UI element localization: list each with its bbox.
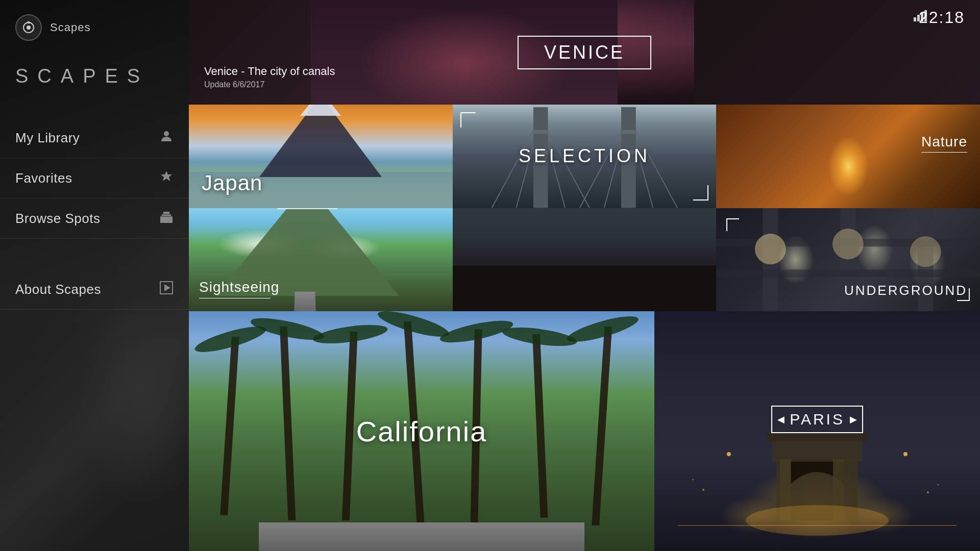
hero-subtitle: Venice - The city of canals Update 6/6/2…: [204, 65, 335, 89]
cell-selection[interactable]: SELECTION: [453, 105, 717, 208]
star-icon: [159, 169, 174, 187]
street-surface: [453, 265, 717, 311]
svg-rect-36: [716, 269, 980, 277]
cell-california[interactable]: California: [189, 311, 654, 551]
cell-underground[interactable]: UNDERGROUND: [716, 208, 980, 312]
sightseeing-label-container: Sightseeing: [199, 279, 279, 298]
underground-bracket-tl: [726, 218, 739, 231]
sidebar-item-my-library[interactable]: My Library: [0, 118, 189, 158]
nav-items: My Library Favorites Browse Spots: [0, 118, 189, 310]
svg-point-54: [727, 452, 731, 456]
sidebar-item-favorites[interactable]: Favorites: [0, 158, 189, 198]
svg-rect-30: [621, 130, 636, 134]
nature-light: [828, 136, 869, 197]
sidebar-content: Scapes SCAPES My Library Favorites: [0, 0, 189, 551]
building-icon: [159, 210, 174, 227]
hero-subtitle-date: Update 6/6/2017: [204, 80, 335, 89]
favorites-label: Favorites: [15, 170, 72, 186]
svg-rect-9: [162, 214, 171, 215]
nature-underline: [921, 152, 967, 153]
about-label: About Scapes: [15, 282, 101, 297]
svg-point-38: [832, 229, 864, 259]
svg-rect-8: [160, 216, 173, 217]
svg-point-64: [927, 491, 929, 493]
cell-japan[interactable]: Japan: [189, 105, 453, 208]
svg-rect-58: [767, 433, 867, 442]
svg-point-65: [693, 479, 694, 481]
svg-point-37: [755, 234, 786, 264]
sightseeing-road: [294, 291, 316, 311]
grid-row-3: California: [189, 311, 980, 551]
main-content: VENICE Venice - The city of canals Updat…: [189, 0, 980, 551]
svg-rect-5: [160, 216, 173, 223]
venice-title: VENICE: [544, 42, 625, 63]
svg-rect-2: [28, 21, 30, 23]
selection-bracket-tl: [460, 112, 476, 128]
hero-subtitle-main: Venice - The city of canals: [204, 65, 335, 78]
svg-point-50: [375, 311, 452, 342]
svg-rect-46: [592, 327, 612, 525]
svg-rect-57: [772, 439, 862, 462]
svg-point-53: [564, 311, 642, 346]
svg-rect-45: [532, 334, 548, 518]
paris-arrow-right-icon: ▶: [850, 414, 857, 425]
my-library-label: My Library: [15, 130, 80, 146]
sightseeing-snow: [277, 208, 338, 209]
app-name: Scapes: [50, 21, 90, 34]
selection-bracket-br: [693, 185, 708, 201]
browse-spots-label: Browse Spots: [15, 211, 100, 227]
time-display: 22:18: [919, 8, 965, 27]
sightseeing-label: Sightseeing: [199, 279, 279, 295]
cell-sightseeing[interactable]: Sightseeing: [189, 208, 453, 312]
venice-title-box: VENICE: [518, 36, 651, 69]
sightseeing-underline: [199, 298, 271, 298]
sidebar-title: SCAPES: [0, 55, 189, 108]
svg-point-61: [746, 505, 889, 536]
svg-point-1: [27, 26, 31, 30]
sidebar: Scapes SCAPES My Library Favorites: [0, 0, 189, 551]
svg-rect-12: [914, 17, 916, 21]
cell-paris[interactable]: PARIS ▶ ◀: [654, 311, 980, 551]
svg-marker-11: [164, 284, 170, 291]
california-road: [259, 522, 585, 551]
sidebar-item-browse-spots[interactable]: Browse Spots: [0, 198, 189, 239]
nature-label-container: Nature: [921, 134, 967, 153]
svg-point-39: [910, 236, 941, 267]
sidebar-item-about[interactable]: About Scapes: [0, 269, 189, 310]
cell-nature[interactable]: Nature: [716, 105, 980, 208]
hero-venice[interactable]: VENICE Venice - The city of canals Updat…: [189, 0, 980, 105]
nature-label: Nature: [921, 134, 967, 150]
japan-label: Japan: [202, 171, 262, 195]
svg-point-63: [702, 489, 704, 491]
grid-row-2: Japan: [189, 105, 980, 311]
app-icon: [15, 14, 42, 41]
svg-point-3: [164, 131, 169, 136]
person-icon: [159, 129, 174, 146]
svg-marker-4: [161, 171, 172, 181]
paris-title: PARIS: [790, 411, 845, 428]
svg-rect-40: [220, 337, 239, 515]
svg-rect-41: [280, 327, 296, 520]
svg-rect-42: [342, 332, 358, 520]
cell-selection-bottom: [453, 208, 717, 312]
paris-title-box: PARIS ▶ ◀: [771, 406, 863, 433]
svg-point-55: [903, 452, 908, 456]
svg-rect-28: [533, 130, 548, 134]
underground-label: UNDERGROUND: [844, 283, 967, 298]
app-header: Scapes: [0, 0, 189, 55]
play-icon: [159, 281, 174, 298]
selection-label: SELECTION: [519, 145, 650, 167]
svg-point-66: [938, 484, 939, 486]
japan-snow: [300, 105, 341, 116]
paris-arrow-left-icon: ◀: [777, 414, 785, 425]
california-label: California: [356, 415, 487, 448]
